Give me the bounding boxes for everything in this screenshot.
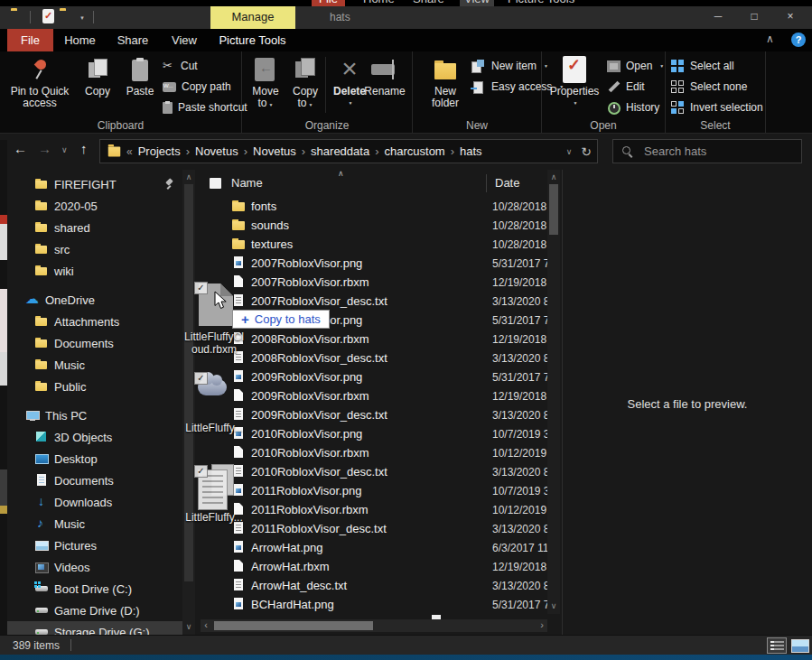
sidebar-item[interactable]: Attachments (7, 311, 182, 332)
large-icons-view-button[interactable] (789, 637, 809, 654)
sidebar-item[interactable]: Desktop (7, 448, 182, 469)
table-row[interactable]: 2008RobloxVisor_desc.txt 3/13/2020 8 (201, 349, 547, 367)
table-row[interactable]: 2009RobloxVisor_desc.txt 3/13/2020 8 (201, 405, 547, 424)
ribbon-tab[interactable]: Home (53, 29, 107, 51)
table-row[interactable]: fonts 10/28/2018 (201, 197, 547, 216)
address-bar[interactable]: « Projects›Novetus›Novetus›shareddata›ch… (99, 139, 598, 163)
ribbon-tab[interactable]: Picture Tools (210, 29, 295, 51)
table-row[interactable]: 2010RobloxVisor.rbxm 10/12/2019 (201, 443, 547, 462)
properties-button[interactable]: Properties (547, 54, 602, 109)
move-to-button[interactable]: Move to (246, 54, 285, 111)
paste-button[interactable]: Paste (119, 54, 161, 98)
file-list-horizontal-scrollbar[interactable]: ‹ › (201, 619, 547, 632)
sidebar-item[interactable]: OneDrive (7, 289, 182, 311)
maximize-button[interactable]: □ (736, 6, 772, 29)
sidebar-item[interactable]: Boot Drive (C:) (7, 578, 182, 600)
history-button[interactable]: History (607, 98, 659, 116)
table-row[interactable]: 2011RobloxVisor.rbxm 10/12/2019 (201, 500, 547, 519)
invert-selection-button[interactable]: Invert selection (671, 98, 763, 116)
scroll-right-icon[interactable]: › (537, 619, 547, 632)
sidebar-item[interactable]: Music (7, 354, 182, 376)
scroll-left-icon[interactable]: ‹ (201, 619, 211, 632)
ribbon-tab[interactable]: Share (107, 29, 159, 51)
new-item-button[interactable]: New item (471, 57, 548, 75)
recent-locations-chevron-icon[interactable]: ∨ (61, 145, 68, 154)
properties-icon[interactable] (42, 9, 54, 23)
ribbon-tab[interactable]: View (159, 29, 210, 51)
sidebar-item[interactable]: 3D Objects (7, 426, 182, 448)
new-folder-button[interactable]: New folder (422, 54, 469, 109)
forward-button[interactable]: → (38, 141, 51, 156)
up-button[interactable]: ↑ (80, 141, 88, 156)
table-row[interactable]: ArrowHat.rbxm 12/19/2018 (201, 557, 547, 576)
open-button[interactable]: Open (607, 57, 664, 75)
table-row[interactable]: sounds 10/28/2018 (201, 216, 547, 235)
sidebar-item[interactable]: Documents (7, 469, 182, 491)
close-button[interactable]: × (772, 6, 808, 29)
back-button[interactable]: ← (14, 141, 27, 156)
column-separator[interactable] (486, 174, 487, 192)
scrollbar-thumb[interactable] (214, 621, 373, 630)
ribbon-tab[interactable]: File (7, 29, 53, 51)
edit-button[interactable]: Edit (607, 78, 645, 96)
table-row[interactable]: BCHardHat.png 5/31/2017 7 (201, 595, 547, 614)
sidebar-item[interactable]: src (7, 238, 182, 260)
paste-shortcut-button[interactable]: Paste shortcut (163, 98, 247, 116)
scroll-up-icon[interactable]: ∧ (182, 172, 195, 182)
table-row[interactable]: 2008RobloxVisor.rbxm 12/19/2018 (201, 330, 547, 349)
select-none-button[interactable]: Select none (671, 78, 747, 96)
sidebar-item[interactable]: Pictures (7, 535, 182, 556)
table-row[interactable]: 2009RobloxVisor.rbxm 12/19/2018 (201, 386, 547, 405)
minimize-button[interactable]: ─ (700, 6, 736, 29)
sidebar-item[interactable]: Game Drive (D:) (7, 600, 182, 621)
table-row[interactable]: 2010RobloxVisor_desc.txt 3/13/2020 8 (201, 462, 547, 481)
column-header-date[interactable]: Date (495, 176, 519, 190)
select-all-button[interactable]: Select all (671, 57, 734, 75)
sidebar-item[interactable]: FIREFIGHT (7, 173, 182, 195)
rename-button[interactable]: Rename (359, 54, 410, 98)
address-dropdown-icon[interactable]: ∨ (557, 147, 582, 156)
table-row[interactable]: 2011RobloxVisor.png 10/7/2019 3 (201, 481, 547, 500)
tab-manage[interactable]: Manage (210, 5, 295, 29)
details-view-button[interactable] (767, 637, 787, 654)
select-all-checkbox[interactable] (210, 178, 221, 189)
sidebar-item[interactable]: Storage Drive (G:) (7, 621, 182, 635)
search-input[interactable]: Search hats (612, 139, 802, 163)
table-row[interactable]: 2007RobloxVisor_desc.txt 3/13/2020 8 (201, 292, 547, 311)
table-row[interactable]: ArrowHat.png 6/3/2017 11 (201, 538, 547, 557)
sidebar-item[interactable]: Public (7, 376, 182, 397)
table-row[interactable]: 2009RobloxVisor.png 5/31/2017 7 (201, 367, 547, 386)
sidebar-item[interactable]: Documents (7, 332, 182, 354)
dropdown-caret-icon[interactable] (78, 14, 87, 22)
breadcrumb-segment[interactable]: charcustom (381, 144, 449, 158)
sidebar-scrollbar[interactable]: ∧ ∨ (182, 170, 195, 635)
sidebar-item[interactable]: This PC (7, 404, 182, 426)
sidebar-item[interactable]: shared (7, 217, 182, 238)
collapse-ribbon-icon[interactable]: ∧ (766, 33, 774, 45)
scroll-down-icon[interactable]: ∨ (547, 600, 560, 611)
table-row[interactable]: 2007RobloxVisor.png 5/31/2017 7 (201, 254, 547, 273)
breadcrumb-segment[interactable]: Novetus (249, 144, 300, 158)
column-header-name[interactable]: Name (231, 176, 263, 190)
scroll-up-icon[interactable]: ∧ (547, 172, 560, 182)
breadcrumb-segment[interactable]: Projects (135, 144, 184, 158)
copy-path-button[interactable]: Copy path (163, 78, 231, 96)
sidebar-item[interactable]: Downloads (7, 491, 182, 513)
table-row[interactable]: 2007RobloxVisor.rbxm 12/19/2018 (201, 273, 547, 292)
copy-button[interactable]: Copy (78, 54, 117, 98)
breadcrumb-segment[interactable]: Novetus (191, 144, 242, 158)
breadcrumb-segment[interactable]: hats (456, 144, 486, 158)
table-row[interactable]: 2010RobloxVisor.png 10/7/2019 3 (201, 424, 547, 443)
breadcrumb-segment[interactable]: shareddata (307, 144, 373, 158)
sidebar-item[interactable]: wiki (7, 260, 182, 282)
pin-to-quick-access-button[interactable]: Pin to Quick access (5, 54, 74, 109)
sidebar-item[interactable]: 2020-05 (7, 195, 182, 217)
sidebar-item[interactable]: Music (7, 513, 182, 535)
refresh-icon[interactable]: ↻ (581, 144, 592, 159)
scroll-down-icon[interactable]: ∨ (182, 621, 195, 632)
table-row[interactable]: textures 10/28/2018 (201, 235, 547, 254)
help-icon[interactable]: ? (791, 33, 806, 47)
sidebar-item[interactable]: Videos (7, 556, 182, 578)
file-list-vertical-scrollbar[interactable]: ∧ ∨ (547, 170, 560, 614)
table-row[interactable]: ArrowHat_desc.txt 3/13/2020 8 (201, 576, 547, 595)
